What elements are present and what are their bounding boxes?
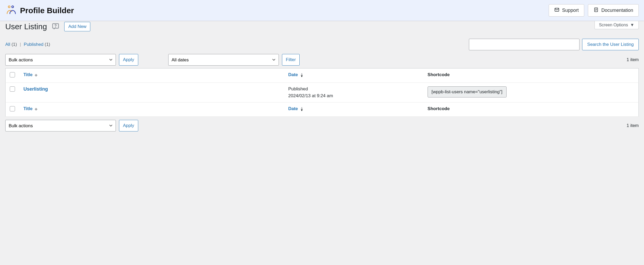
select-all-checkbox-bottom[interactable] <box>10 106 15 111</box>
column-title-label: Title <box>23 72 33 77</box>
row-checkbox[interactable] <box>10 86 15 92</box>
filter-separator: | <box>18 42 22 47</box>
column-title-footer[interactable]: Title ◆ <box>19 102 284 117</box>
select-all-header <box>6 68 19 83</box>
table-header-row: Title ◆ Date ▲ ▼ Shortcode <box>6 68 639 83</box>
sort-arrows-icon-footer: ▲ ▼ <box>300 107 303 111</box>
tablenav-top: Bulk actions Apply All dates Filter 1 it… <box>5 54 639 66</box>
search-group: Search the User Listing <box>469 39 639 50</box>
row-date-time: 2024/02/13 at 9:24 am <box>288 93 419 99</box>
status-filters: All (1) | Published (1) <box>5 42 50 47</box>
sort-diamond-icon: ◆ <box>35 73 37 77</box>
item-count-top: 1 item <box>627 57 639 62</box>
bulk-actions-select-top[interactable]: Bulk actions <box>5 54 116 66</box>
column-date-header[interactable]: Date ▲ ▼ <box>284 68 423 83</box>
support-label: Support <box>562 8 579 13</box>
tablenav-bottom: Bulk actions Apply 1 item <box>5 120 639 131</box>
documentation-button[interactable]: Documentation <box>588 4 639 17</box>
help-icon[interactable] <box>52 23 60 31</box>
tablenav-bottom-left: Bulk actions Apply <box>5 120 138 131</box>
filter-published-count: (1) <box>45 42 50 47</box>
item-count-bottom: 1 item <box>627 123 639 128</box>
header-buttons: Support Documentation <box>549 4 639 17</box>
document-icon <box>593 7 599 14</box>
bulk-actions-select-bottom[interactable]: Bulk actions <box>5 120 116 131</box>
date-filter-select[interactable]: All dates <box>168 54 279 66</box>
column-date-label-footer: Date <box>288 106 298 111</box>
sort-down-icon: ▼ <box>300 75 303 77</box>
screen-options-label: Screen Options <box>599 23 628 27</box>
row-shortcode-cell: [wppb-list-users name="userlisting"] <box>423 83 639 102</box>
sort-diamond-icon-footer: ◆ <box>35 107 37 111</box>
column-shortcode-label: Shortcode <box>428 72 450 77</box>
select-all-checkbox-top[interactable] <box>10 72 15 77</box>
column-title-header[interactable]: Title ◆ <box>19 68 284 83</box>
row-title-link[interactable]: Userlisting <box>23 86 48 92</box>
documentation-label: Documentation <box>601 8 633 13</box>
screen-options-button[interactable]: Screen Options ▼ <box>595 21 639 29</box>
content: User Listing Add New All (1) | Published… <box>0 22 644 139</box>
support-button[interactable]: Support <box>549 4 584 17</box>
row-checkbox-cell <box>6 83 19 102</box>
select-all-footer <box>6 102 19 117</box>
filter-all-count: (1) <box>12 42 17 47</box>
svg-point-8 <box>56 27 56 27</box>
search-button[interactable]: Search the User Listing <box>582 39 639 50</box>
brand: Profile Builder <box>5 4 74 16</box>
row-date-cell: Published 2024/02/13 at 9:24 am <box>284 83 423 102</box>
mail-icon <box>554 7 559 14</box>
table-footer-row: Title ◆ Date ▲ ▼ Shortcode <box>6 102 639 117</box>
column-shortcode-label-footer: Shortcode <box>428 106 450 111</box>
brand-logo-icon <box>5 4 16 16</box>
page-heading-row: User Listing Add New <box>5 22 639 31</box>
add-new-button[interactable]: Add New <box>64 22 90 31</box>
row-date-status: Published <box>288 86 419 92</box>
filter-published-link[interactable]: Published <box>24 42 43 47</box>
row-title-cell: Userlisting <box>19 83 284 102</box>
svg-point-0 <box>8 6 10 8</box>
brand-title: Profile Builder <box>20 6 74 15</box>
sort-down-icon-footer: ▼ <box>300 109 303 111</box>
user-listing-table: Title ◆ Date ▲ ▼ Shortcode <box>5 68 639 117</box>
apply-button-top[interactable]: Apply <box>119 54 138 66</box>
column-date-footer[interactable]: Date ▲ ▼ <box>284 102 423 117</box>
column-date-label: Date <box>288 72 298 77</box>
search-input[interactable] <box>469 39 579 50</box>
shortcode-box[interactable]: [wppb-list-users name="userlisting"] <box>428 86 507 97</box>
chevron-down-icon: ▼ <box>630 23 634 27</box>
column-shortcode-header: Shortcode <box>423 68 639 83</box>
svg-point-1 <box>12 6 14 8</box>
filters-search-row: All (1) | Published (1) Search the User … <box>5 39 639 50</box>
page-title: User Listing <box>5 22 47 31</box>
sort-arrows-icon: ▲ ▼ <box>300 73 303 77</box>
tablenav-top-left: Bulk actions Apply All dates Filter <box>5 54 300 66</box>
filter-button[interactable]: Filter <box>282 54 300 66</box>
table-row: Userlisting Published 2024/02/13 at 9:24… <box>6 83 639 102</box>
header-bar: Profile Builder Support Documentation <box>0 0 644 21</box>
column-title-label-footer: Title <box>23 106 33 111</box>
apply-button-bottom[interactable]: Apply <box>119 120 138 131</box>
column-shortcode-footer: Shortcode <box>423 102 639 117</box>
filter-all-link[interactable]: All <box>5 42 10 47</box>
